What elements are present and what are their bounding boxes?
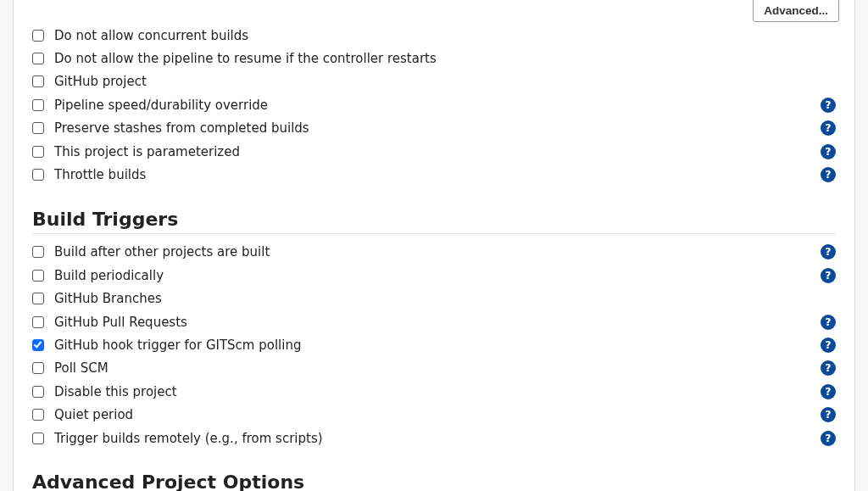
help-icon[interactable]: ?	[821, 338, 836, 353]
option-checkbox[interactable]	[32, 75, 44, 87]
option-label: This project is parameterized	[54, 144, 240, 159]
option-label: Build periodically	[54, 268, 164, 283]
option-label: Build after other projects are built	[54, 244, 270, 259]
option-row: Do not allow concurrent builds	[32, 24, 836, 47]
option-checkbox[interactable]	[32, 99, 44, 111]
help-icon[interactable]: ?	[821, 120, 836, 136]
option-checkbox[interactable]	[32, 293, 44, 304]
option-row: Build periodically?	[32, 264, 836, 287]
option-label: GitHub hook trigger for GITScm polling	[54, 338, 301, 353]
option-row: Do not allow the pipeline to resume if t…	[32, 47, 836, 70]
section-heading-advanced-project-options: Advanced Project Options	[32, 471, 836, 491]
help-icon[interactable]: ?	[821, 431, 836, 446]
option-label: Do not allow concurrent builds	[54, 28, 248, 43]
option-label: Do not allow the pipeline to resume if t…	[54, 51, 437, 66]
option-row: Poll SCM?	[32, 357, 836, 380]
help-icon[interactable]: ?	[821, 244, 836, 259]
build-triggers-list: Build after other projects are built?Bui…	[32, 241, 836, 450]
option-checkbox[interactable]	[32, 146, 44, 158]
help-icon[interactable]: ?	[821, 98, 836, 113]
advanced-button[interactable]: Advanced...	[753, 0, 839, 22]
help-icon[interactable]: ?	[821, 360, 836, 376]
option-label: Poll SCM	[54, 360, 108, 376]
help-icon[interactable]: ?	[821, 167, 836, 182]
option-row: GitHub Branches	[32, 287, 836, 310]
option-checkbox[interactable]	[32, 246, 44, 258]
option-row: Build after other projects are built?	[32, 241, 836, 264]
help-icon[interactable]: ?	[821, 407, 836, 422]
option-checkbox[interactable]	[32, 316, 44, 328]
option-label: Disable this project	[54, 384, 177, 399]
help-icon[interactable]: ?	[821, 144, 836, 159]
option-checkbox[interactable]	[32, 386, 44, 398]
option-row: Trigger builds remotely (e.g., from scri…	[32, 427, 836, 449]
help-icon[interactable]: ?	[821, 315, 836, 330]
option-label: Quiet period	[54, 407, 133, 422]
option-label: GitHub Pull Requests	[54, 315, 187, 330]
option-checkbox[interactable]	[32, 270, 44, 282]
option-label: Trigger builds remotely (e.g., from scri…	[54, 431, 323, 446]
general-options-list: Do not allow concurrent buildsDo not all…	[32, 24, 836, 187]
option-row: Pipeline speed/durability override?	[32, 93, 836, 116]
option-row: GitHub Pull Requests?	[32, 310, 836, 333]
option-label: Preserve stashes from completed builds	[54, 120, 309, 136]
option-label: Throttle builds	[54, 167, 146, 182]
option-row: Quiet period?	[32, 403, 836, 426]
section-heading-build-triggers: Build Triggers	[32, 209, 836, 234]
help-icon[interactable]: ?	[821, 268, 836, 283]
option-row: GitHub hook trigger for GITScm polling?	[32, 333, 836, 356]
option-checkbox[interactable]	[32, 362, 44, 374]
option-checkbox[interactable]	[32, 432, 44, 444]
option-label: Pipeline speed/durability override	[54, 98, 268, 113]
drag-handle-stubs	[32, 0, 836, 10]
option-row: Preserve stashes from completed builds?	[32, 117, 836, 140]
option-row: Disable this project?	[32, 380, 836, 403]
option-label: GitHub Branches	[54, 291, 162, 306]
option-checkbox[interactable]	[32, 53, 44, 64]
option-checkbox[interactable]	[32, 169, 44, 181]
option-row: Throttle builds?	[32, 163, 836, 186]
option-row: This project is parameterized?	[32, 140, 836, 163]
config-panel: Advanced... Do not allow concurrent buil…	[13, 0, 855, 491]
help-icon[interactable]: ?	[821, 384, 836, 399]
option-checkbox[interactable]	[32, 339, 44, 351]
option-row: GitHub project	[32, 70, 836, 93]
option-checkbox[interactable]	[32, 409, 44, 421]
option-checkbox[interactable]	[32, 122, 44, 134]
option-checkbox[interactable]	[32, 30, 44, 42]
option-label: GitHub project	[54, 74, 147, 89]
